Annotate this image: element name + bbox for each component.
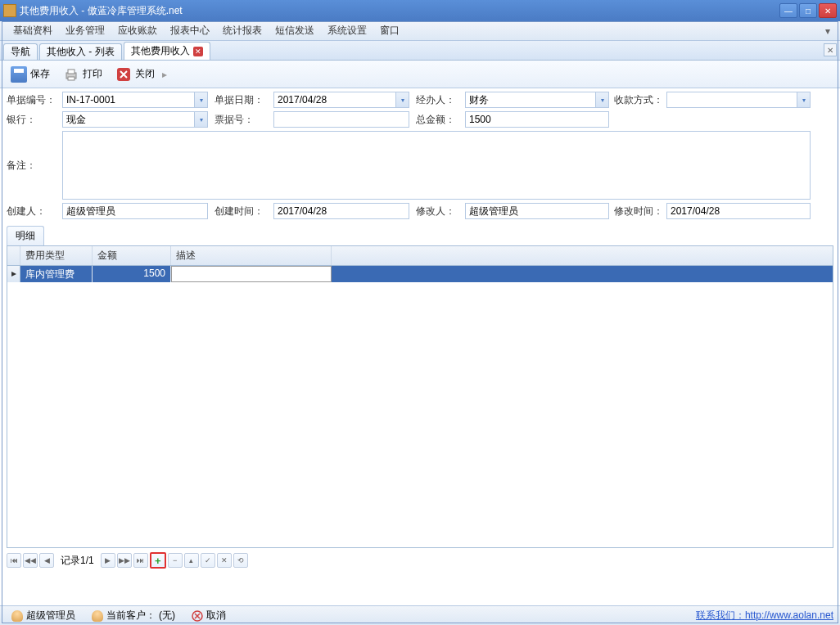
grid-header-amount[interactable]: 金额 — [93, 246, 171, 265]
nav-add-button[interactable]: + — [150, 552, 166, 569]
menu-sms[interactable]: 短信发送 — [269, 22, 321, 39]
remark-input[interactable] — [62, 131, 811, 200]
total-input[interactable] — [465, 111, 609, 128]
grid-header: 费用类型 金额 描述 — [7, 246, 833, 266]
nav-remove-button[interactable]: − — [168, 553, 183, 568]
tab-other-income[interactable]: 其他费用收入 ✕ — [124, 42, 210, 60]
window-title: 其他费用收入 - 傲蓝冷库管理系统.net — [20, 4, 779, 18]
nav-next-button[interactable]: ▶ — [101, 553, 115, 568]
cell-amount[interactable]: 1500 — [93, 266, 171, 282]
label-total: 总金额： — [416, 113, 465, 127]
tab-label: 其他费用收入 — [131, 44, 190, 58]
document-tab-strip: 导航 其他收入 - 列表 其他费用收入 ✕ ✕ — [0, 41, 840, 61]
grid-header-type[interactable]: 费用类型 — [20, 246, 93, 265]
save-button[interactable]: 保存 — [5, 64, 56, 85]
menu-business[interactable]: 业务管理 — [59, 22, 111, 39]
label-bill-no: 票据号： — [215, 113, 273, 127]
detail-tab[interactable]: 明细 — [7, 226, 44, 245]
print-button[interactable]: 打印 — [57, 64, 108, 85]
form-area: 单据编号： ▾ 单据日期： ▾ 经办人： ▾ 收款方式： ▾ 银行： ▾ 票据号… — [0, 88, 840, 226]
save-label: 保存 — [30, 67, 50, 81]
modifier-input[interactable] — [465, 203, 609, 219]
menu-overflow-icon[interactable]: ▾ — [822, 25, 833, 37]
nav-cancel-button[interactable]: ✕ — [217, 553, 232, 568]
tab-label: 其他收入 - 列表 — [47, 45, 115, 59]
nav-refresh-button[interactable]: ⟲ — [233, 553, 248, 568]
tab-navigation[interactable]: 导航 — [3, 43, 38, 60]
label-modifier: 修改人： — [416, 205, 465, 218]
modify-time-input[interactable] — [666, 203, 811, 219]
creator-input[interactable] — [62, 203, 208, 219]
doc-date-input[interactable] — [273, 92, 409, 108]
grid-row-indicator-header — [7, 246, 20, 265]
nav-confirm-button[interactable]: ✓ — [201, 553, 215, 568]
record-navigator: ⏮ ◀◀ ◀ 记录1/1 ▶ ▶▶ ⏭ + − ▴ ✓ ✕ ⟲ — [7, 551, 833, 569]
title-bar: 其他费用收入 - 傲蓝冷库管理系统.net — □ ✕ — [0, 0, 840, 21]
tab-close-icon[interactable]: ✕ — [193, 47, 203, 56]
label-doc-date: 单据日期： — [215, 93, 273, 107]
tab-label: 导航 — [11, 45, 30, 59]
minimize-button[interactable]: — — [779, 3, 797, 18]
label-pay-method: 收款方式： — [614, 93, 666, 107]
svg-rect-2 — [68, 77, 75, 80]
menu-window[interactable]: 窗口 — [373, 22, 406, 39]
dropdown-icon[interactable]: ▾ — [194, 112, 207, 127]
nav-prev-button[interactable]: ◀ — [39, 553, 54, 568]
save-icon — [11, 66, 27, 83]
dropdown-icon[interactable]: ▾ — [395, 92, 409, 107]
toolbar: 保存 打印 关闭 ▸ — [0, 61, 840, 88]
detail-grid: 费用类型 金额 描述 ▸ 库内管理费 1500 — [7, 245, 833, 548]
print-label: 打印 — [83, 67, 102, 81]
svg-rect-1 — [68, 70, 75, 74]
dropdown-icon[interactable]: ▾ — [797, 92, 810, 107]
label-doc-no: 单据编号： — [7, 93, 62, 107]
nav-first-button[interactable]: ⏮ — [7, 553, 21, 568]
handler-input[interactable] — [465, 92, 609, 108]
label-create-time: 创建时间： — [215, 205, 273, 218]
label-creator: 创建人： — [7, 205, 62, 218]
dropdown-icon[interactable]: ▾ — [194, 92, 207, 107]
menu-system[interactable]: 系统设置 — [321, 22, 373, 39]
label-remark: 备注： — [7, 131, 62, 173]
bank-input[interactable] — [62, 111, 208, 128]
nav-prev-page-button[interactable]: ◀◀ — [23, 553, 38, 568]
dropdown-icon[interactable]: ▾ — [595, 92, 608, 107]
cell-type[interactable]: 库内管理费 — [20, 266, 93, 282]
grid-body: ▸ 库内管理费 1500 — [7, 266, 833, 282]
label-handler: 经办人： — [416, 93, 465, 107]
tab-strip-close-button[interactable]: ✕ — [824, 43, 837, 56]
row-indicator-icon: ▸ — [7, 266, 20, 282]
create-time-input[interactable] — [273, 203, 409, 219]
app-icon — [3, 4, 16, 17]
grid-row[interactable]: ▸ 库内管理费 1500 — [7, 266, 833, 282]
window-controls: — □ ✕ — [779, 3, 837, 18]
grid-header-desc[interactable]: 描述 — [171, 246, 332, 265]
maximize-button[interactable]: □ — [799, 3, 817, 18]
menu-report-center[interactable]: 报表中心 — [164, 22, 216, 39]
window-close-button[interactable]: ✕ — [819, 3, 837, 18]
menu-bar: 基础资料 业务管理 应收账款 报表中心 统计报表 短信发送 系统设置 窗口 ▾ — [0, 21, 840, 41]
tab-income-list[interactable]: 其他收入 - 列表 — [39, 43, 122, 60]
nav-last-button[interactable]: ⏭ — [133, 553, 148, 568]
close-icon — [115, 66, 132, 83]
record-counter: 记录1/1 — [56, 554, 99, 568]
label-bank: 银行： — [7, 113, 62, 127]
close-button[interactable]: 关闭 — [110, 64, 160, 85]
close-label: 关闭 — [135, 67, 155, 81]
pay-method-input[interactable] — [666, 92, 811, 108]
print-icon — [63, 66, 79, 83]
menu-receivable[interactable]: 应收账款 — [111, 22, 164, 39]
label-modify-time: 修改时间： — [614, 205, 666, 218]
toolbar-overflow-icon[interactable]: ▸ — [162, 65, 167, 83]
menu-stat-report[interactable]: 统计报表 — [216, 22, 269, 39]
bill-no-input[interactable] — [273, 111, 409, 128]
nav-edit-button[interactable]: ▴ — [184, 553, 199, 568]
nav-next-page-button[interactable]: ▶▶ — [117, 553, 132, 568]
doc-no-input[interactable] — [62, 92, 208, 108]
menu-basic-data[interactable]: 基础资料 — [7, 22, 59, 39]
cell-desc[interactable] — [171, 266, 332, 282]
